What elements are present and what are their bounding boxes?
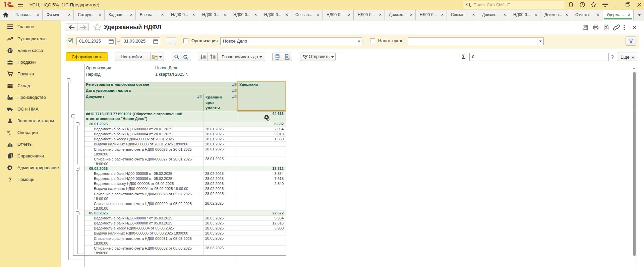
- svg-text:?: ?: [8, 177, 12, 183]
- svg-text:Кт: Кт: [9, 133, 12, 136]
